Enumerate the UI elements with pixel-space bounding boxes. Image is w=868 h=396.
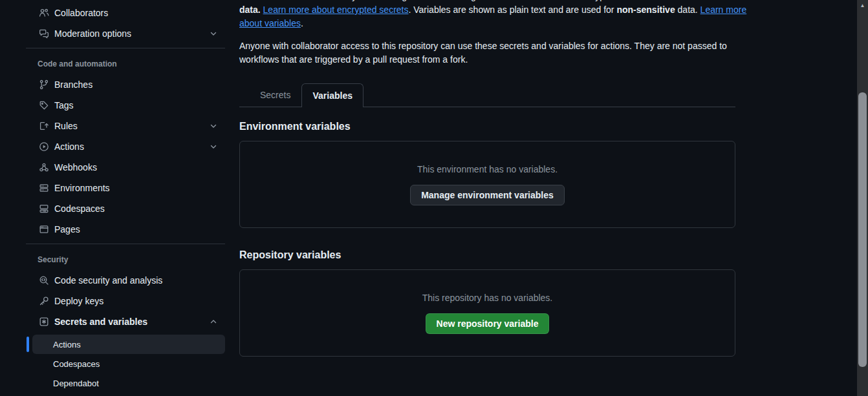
intro-after-text: data. [675, 5, 700, 15]
subnav-item-label: Dependabot [53, 379, 99, 388]
sidebar-item-label: Deploy keys [54, 295, 217, 307]
comment-discussion-icon [39, 28, 49, 39]
access-note-line-2: workflows that are triggered by a pull r… [239, 53, 735, 67]
subnav-item-actions[interactable]: Actions [32, 335, 225, 354]
sidebar-item-pages[interactable]: Pages [32, 219, 225, 240]
chevron-down-icon [210, 30, 217, 37]
chevron-down-icon [210, 122, 217, 130]
repository-variables-title: Repository variables [239, 249, 735, 262]
new-repository-variable-button[interactable]: New repository variable [426, 313, 550, 334]
sidebar-item-label: Collaborators [54, 6, 217, 19]
environment-variables-title: Environment variables [239, 120, 735, 133]
tab-variables[interactable]: Variables [301, 83, 363, 107]
server-icon [39, 183, 49, 193]
codespaces-icon [39, 203, 49, 214]
browser-icon [39, 224, 49, 234]
collaborator-access-note: Anyone with collaborator access to this … [239, 39, 735, 67]
settings-sidebar: Collaborators Moderation options Code an… [26, 3, 225, 393]
sidebar-item-tags[interactable]: Tags [32, 95, 225, 116]
sidebar-item-label: Branches [54, 78, 217, 91]
intro-period: . [301, 18, 303, 28]
webhook-icon [39, 162, 49, 172]
intro-text: Secrets and variables allow you to manag… [239, 0, 724, 1]
secrets-variables-tabnav: Secrets Variables [239, 83, 735, 107]
link-learn-more-encrypted-secrets[interactable]: Learn more about encrypted secrets [263, 5, 409, 15]
chevron-up-icon [210, 318, 217, 326]
link-learn-more-variables-part2[interactable]: about variables [239, 18, 301, 28]
subnav-item-codespaces[interactable]: Codespaces [32, 354, 225, 373]
sidebar-item-secrets-and-variables[interactable]: Secrets and variables [32, 311, 225, 332]
rule-icon [39, 121, 49, 131]
sidebar-item-label: Environments [54, 182, 217, 194]
people-icon [39, 8, 49, 18]
sidebar-divider [26, 244, 225, 244]
sidebar-item-label: Secrets and variables [54, 315, 210, 328]
intro-bold-data: data. [239, 5, 261, 15]
repository-variables-empty-box: This repository has no variables. New re… [239, 269, 735, 357]
tag-icon [39, 100, 49, 110]
play-icon [39, 141, 49, 152]
environment-variables-empty-box: This environment has no variables. Manag… [239, 141, 735, 228]
secret-icon [39, 317, 49, 327]
sidebar-item-codespaces[interactable]: Codespaces [32, 198, 225, 219]
intro-bold-non-sensitive: non-sensitive [616, 5, 675, 15]
chevron-down-icon [210, 143, 217, 151]
manage-environment-variables-button[interactable]: Manage environment variables [410, 185, 565, 205]
sidebar-item-label: Code security and analysis [54, 274, 217, 287]
subnav-item-label: Codespaces [53, 359, 100, 369]
repository-empty-message: This repository has no variables. [422, 293, 553, 303]
subnav-item-dependabot[interactable]: Dependabot [32, 373, 225, 393]
key-icon [39, 296, 49, 306]
link-learn-more-variables-part1[interactable]: Learn more [700, 5, 747, 15]
sidebar-item-moderation-options[interactable]: Moderation options [32, 23, 225, 44]
sidebar-divider [26, 48, 225, 48]
sidebar-item-label: Tags [54, 99, 217, 112]
sidebar-item-label: Actions [54, 140, 210, 153]
actions-variables-panel: Secrets and variables allow you to manag… [239, 0, 735, 357]
sidebar-item-label: Moderation options [54, 27, 210, 40]
codescan-icon [39, 275, 49, 286]
sidebar-item-webhooks[interactable]: Webhooks [32, 157, 225, 178]
sidebar-item-rules[interactable]: Rules [32, 116, 225, 136]
git-branch-icon [39, 79, 49, 90]
sidebar-item-collaborators[interactable]: Collaborators [32, 3, 225, 23]
tab-secrets[interactable]: Secrets [249, 83, 301, 107]
sidebar-item-branches[interactable]: Branches [32, 74, 225, 95]
environment-empty-message: This environment has no variables. [417, 164, 558, 174]
intro-mid-text: . Variables are shown as plain text and … [408, 5, 616, 15]
sidebar-item-deploy-keys[interactable]: Deploy keys [32, 291, 225, 311]
sidebar-item-label: Pages [54, 223, 217, 236]
intro-line-2: data. Learn more about encrypted secrets… [239, 3, 735, 17]
sidebar-item-code-security[interactable]: Code security and analysis [32, 270, 225, 291]
sidebar-item-actions[interactable]: Actions [32, 136, 225, 157]
sidebar-item-environments[interactable]: Environments [32, 178, 225, 198]
scrollbar[interactable]: ▲ [857, 0, 868, 396]
intro-line-3: about variables. [239, 17, 735, 30]
scrollbar-thumb[interactable] [858, 92, 867, 367]
scroll-up-button[interactable]: ▲ [857, 0, 868, 10]
subnav-item-label: Actions [53, 340, 81, 349]
sidebar-section-header: Security [38, 255, 225, 265]
access-note-line-1: Anyone with collaborator access to this … [239, 39, 735, 53]
sidebar-item-label: Rules [54, 120, 210, 132]
sidebar-item-label: Codespaces [54, 202, 217, 215]
sidebar-item-label: Webhooks [54, 161, 217, 174]
secrets-subnav: Actions Codespaces Dependabot [26, 335, 225, 393]
sidebar-section-header: Code and automation [38, 59, 225, 69]
